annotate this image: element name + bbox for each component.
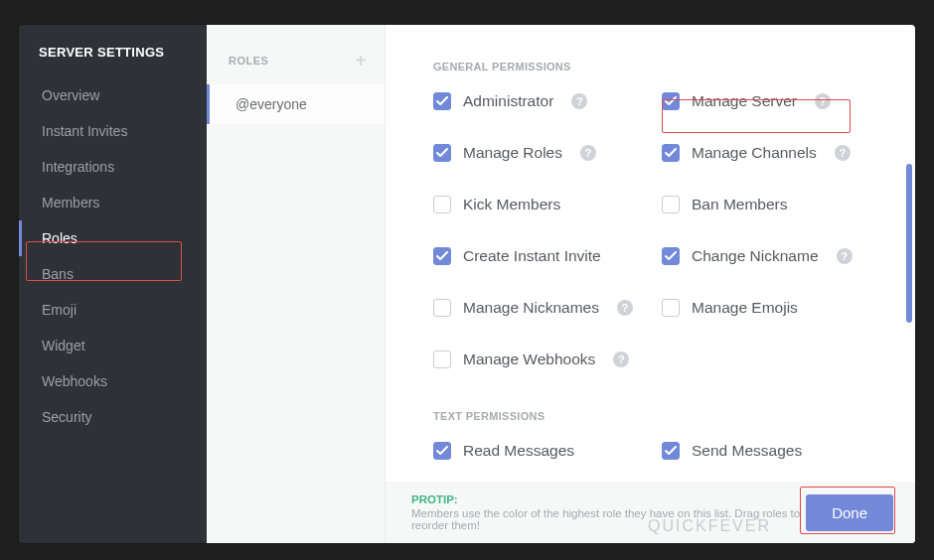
sidebar-item-integrations[interactable]: Integrations [19,149,207,185]
permission-manage-emojis: Manage Emojis [662,299,880,317]
permission-kick-members: Kick Members [433,196,652,213]
server-settings-sidebar: SERVER SETTINGS OverviewInstant InvitesI… [19,25,207,543]
sidebar-item-overview[interactable]: Overview [19,77,207,113]
add-role-icon[interactable]: + [355,51,367,70]
permission-change-nickname: Change Nickname? [662,247,880,265]
permission-manage-server: Manage Server? [662,92,880,110]
permission-label: Manage Webhooks [463,350,595,368]
permission-label: Administrator [463,92,553,110]
sidebar-title: SERVER SETTINGS [19,45,207,77]
permission-read-messages: Read Messages [433,442,652,460]
permission-manage-channels: Manage Channels? [662,144,880,162]
help-icon[interactable]: ? [580,145,596,161]
help-icon[interactable]: ? [835,145,851,161]
permission-checkbox[interactable] [662,299,680,317]
roles-column: ROLES + @everyone [207,25,386,543]
sidebar-item-webhooks[interactable]: Webhooks [19,363,207,399]
permission-label: Ban Members [692,196,787,213]
sidebar-item-members[interactable]: Members [19,185,207,220]
permission-create-instant-invite: Create Instant Invite [433,247,652,265]
permission-checkbox[interactable] [433,299,451,317]
scrollbar-thumb[interactable] [906,164,912,323]
sidebar-item-instant-invites[interactable]: Instant Invites [19,113,207,149]
permission-checkbox[interactable] [662,92,680,110]
permission-label: Manage Emojis [692,299,798,317]
protip-label: PROTIP: [411,493,806,505]
done-button[interactable]: Done [806,494,893,531]
permission-checkbox[interactable] [433,92,451,110]
watermark: QUICKFEVER [648,517,771,535]
roles-header-label: ROLES [229,55,268,67]
permission-manage-nicknames: Manage Nicknames? [433,299,652,317]
help-icon[interactable]: ? [837,248,853,264]
help-icon[interactable]: ? [815,93,831,109]
help-icon[interactable]: ? [617,300,633,316]
permissions-section-title: GENERAL PERMISSIONS [433,61,881,72]
permission-label: Send Messages [692,442,802,460]
permission-send-messages: Send Messages [662,442,880,460]
permission-checkbox[interactable] [433,144,451,162]
help-icon[interactable]: ? [613,351,629,367]
sidebar-item-roles[interactable]: Roles [19,220,207,256]
permission-checkbox[interactable] [662,196,680,213]
permission-checkbox[interactable] [433,350,451,368]
permission-label: Read Messages [463,442,574,460]
permission-label: Manage Roles [463,144,562,162]
permission-administrator: Administrator? [433,92,652,110]
permission-label: Manage Nicknames [463,299,599,317]
permission-label: Create Instant Invite [463,247,601,265]
permission-label: Change Nickname [692,247,819,265]
permission-label: Kick Members [463,196,560,213]
permission-label: Manage Channels [692,144,817,162]
permission-checkbox[interactable] [433,196,451,213]
permission-checkbox[interactable] [433,442,451,460]
permission-manage-webhooks: Manage Webhooks? [433,350,652,368]
permission-checkbox[interactable] [662,442,680,460]
permission-checkbox[interactable] [662,144,680,162]
permissions-panel: GENERAL PERMISSIONSAdministrator?Manage … [386,25,915,543]
permission-label: Manage Server [692,92,797,110]
role-item[interactable]: @everyone [207,84,385,124]
help-icon[interactable]: ? [571,93,587,109]
permission-checkbox[interactable] [662,247,680,265]
permission-checkbox[interactable] [433,247,451,265]
permissions-section-title: TEXT PERMISSIONS [433,410,881,422]
sidebar-item-widget[interactable]: Widget [19,328,207,363]
permission-ban-members: Ban Members [662,196,880,213]
sidebar-item-security[interactable]: Security [19,399,207,435]
sidebar-item-emoji[interactable]: Emoji [19,292,207,328]
permission-manage-roles: Manage Roles? [433,144,652,162]
sidebar-item-bans[interactable]: Bans [19,256,207,292]
